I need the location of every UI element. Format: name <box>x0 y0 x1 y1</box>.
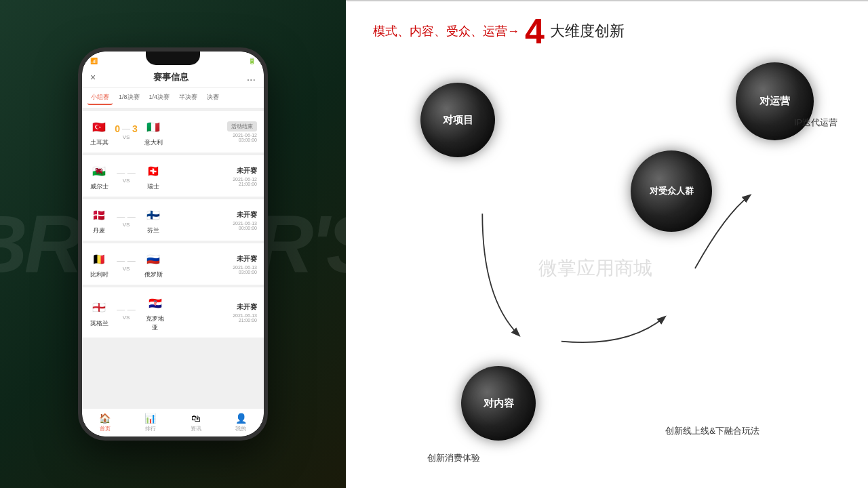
score-area: — — VS <box>113 212 140 228</box>
top-divider <box>346 0 868 1</box>
team2-name: 芬兰 <box>147 226 159 235</box>
match-right: 未开赛 2021-06-1221:00:00 <box>233 166 257 186</box>
close-button[interactable]: × <box>90 72 96 83</box>
vs-label: VS <box>114 178 138 184</box>
ranking-icon: 📊 <box>144 413 156 424</box>
match-status: 未开赛 <box>237 254 257 264</box>
tab-qf[interactable]: 1/4决赛 <box>146 91 174 105</box>
score-separator: — <box>122 124 130 134</box>
tab-final[interactable]: 决赛 <box>203 91 222 105</box>
team2-flag: 🇷🇺 <box>143 249 163 269</box>
tab-r16[interactable]: 1/8决赛 <box>115 91 143 105</box>
label-innovate-online: 创新线上线&下融合玩法 <box>665 425 760 437</box>
team2-flag: 🇨🇭 <box>143 161 163 181</box>
team1-name: 比利时 <box>90 270 108 279</box>
match-right: 未开赛 2021-06-1303:00:00 <box>233 254 257 274</box>
score-area: 0 — 3 VS <box>113 123 140 140</box>
left-panel: BREWER'S 📶 11:32 🔋 × 赛事信息 ... 小组赛 1/8决 <box>0 0 346 488</box>
table-row[interactable]: 🇹🇷 土耳其 0 — 3 VS 🇮🇹 <box>82 111 264 152</box>
phone-screen: 📶 11:32 🔋 × 赛事信息 ... 小组赛 1/8决赛 1/4决赛 半决赛… <box>82 52 264 436</box>
team1-name: 丹麦 <box>93 226 105 235</box>
team1-flag: 🏴󠁧󠁢󠁷󠁬󠁳󠁿 <box>89 161 109 181</box>
status-icons: 🔋 <box>248 58 256 64</box>
profile-icon: 👤 <box>235 413 247 424</box>
team2-name: 意大利 <box>144 138 163 147</box>
nav-ranking-label: 排行 <box>145 425 156 432</box>
app-header: × 赛事信息 ... <box>82 67 264 88</box>
score-dash: — — <box>117 256 135 266</box>
nav-ranking[interactable]: 📊 排行 <box>144 413 156 432</box>
score-dash: — — <box>117 212 135 222</box>
team2-col: 🇨🇭 瑞士 <box>143 161 163 191</box>
nav-news-label: 资讯 <box>191 425 201 432</box>
vs-label: VS <box>114 222 138 228</box>
title-suffix: 大维度创新 <box>550 21 625 41</box>
table-row[interactable]: 🏴󠁧󠁢󠁥󠁮󠁧󠁿 英格兰 — — VS 🇭🇷 克罗地亚 <box>82 287 264 338</box>
score-area: — — VS <box>113 305 140 321</box>
match-status: 未开赛 <box>237 166 257 176</box>
team2-name: 克罗地亚 <box>143 314 167 332</box>
match-right: 活动结束 2021-06-1203:00:00 <box>227 121 257 142</box>
table-row[interactable]: 🇩🇰 丹麦 — — VS 🇫🇮 芬兰 <box>82 199 264 241</box>
team1-name: 土耳其 <box>90 138 108 147</box>
table-row[interactable]: 🏴󠁧󠁢󠁷󠁬󠁳󠁿 威尔士 — — VS 🇨🇭 瑞士 <box>82 155 264 197</box>
match-right: 未开赛 2021-06-1300:00:00 <box>233 210 257 230</box>
score-area: — — VS <box>113 168 140 184</box>
team1-name: 英格兰 <box>90 319 108 328</box>
more-button[interactable]: ... <box>247 71 256 83</box>
right-panel: 模式、内容、受众、运营→ 4 大维度创新 微掌应用商城 对项目 <box>346 0 868 488</box>
team2-flag: 🇭🇷 <box>145 293 165 313</box>
team1-col: 🏴󠁧󠁢󠁷󠁬󠁳󠁿 威尔士 <box>89 161 109 191</box>
team1-flag: 🇧🇪 <box>89 249 109 269</box>
team2-col: 🇫🇮 芬兰 <box>143 205 163 235</box>
team1-flag: 🏴󠁧󠁢󠁥󠁮󠁧󠁿 <box>89 298 109 318</box>
node-project: 对项目 <box>420 83 495 157</box>
match-teams: 🇧🇪 比利时 — — VS 🇷🇺 俄罗斯 <box>89 249 233 279</box>
bottom-nav: 🏠 首页 📊 排行 🛍 资讯 👤 我的 <box>82 408 264 436</box>
tab-group-stage[interactable]: 小组赛 <box>87 91 113 105</box>
team1-col: 🇩🇰 丹麦 <box>89 205 109 235</box>
team2-flag: 🇮🇹 <box>143 117 163 137</box>
match-status: 活动结束 <box>227 121 257 131</box>
table-row[interactable]: 🇧🇪 比利时 — — VS 🇷🇺 俄罗斯 <box>82 243 264 285</box>
title-prefix: 模式、内容、受众、运营→ <box>373 23 519 39</box>
signal-icons: 📶 <box>90 58 98 64</box>
nav-home[interactable]: 🏠 首页 <box>99 413 111 432</box>
nav-profile[interactable]: 👤 我的 <box>235 413 247 432</box>
tab-sf[interactable]: 半决赛 <box>176 91 201 105</box>
score2: 3 <box>132 123 138 134</box>
innovation-title: 模式、内容、受众、运营→ 4 大维度创新 <box>373 14 841 49</box>
team2-name: 俄罗斯 <box>144 270 163 279</box>
vs-label: VS <box>114 266 138 272</box>
watermark: 微掌应用商城 <box>538 256 652 281</box>
match-teams: 🇩🇰 丹麦 — — VS 🇫🇮 芬兰 <box>89 205 233 235</box>
phone-mockup: 📶 11:32 🔋 × 赛事信息 ... 小组赛 1/8决赛 1/4决赛 半决赛… <box>78 47 268 441</box>
team2-col: 🇭🇷 克罗地亚 <box>143 293 167 332</box>
phone-notch <box>146 52 200 65</box>
innovation-number: 4 <box>525 14 545 49</box>
team1-col: 🏴󠁧󠁢󠁥󠁮󠁧󠁿 英格兰 <box>89 298 109 328</box>
match-status: 未开赛 <box>237 302 257 312</box>
match-datetime: 2021-06-1321:00:00 <box>233 313 257 323</box>
label-ip: IP迭代运营 <box>794 117 837 129</box>
node-content: 对内容 <box>461 366 536 441</box>
nav-profile-label: 我的 <box>235 425 246 432</box>
team1-col: 🇹🇷 土耳其 <box>89 117 109 147</box>
node-operation-label: 对运营 <box>760 95 790 108</box>
score-dash: — — <box>117 305 135 314</box>
match-teams: 🇹🇷 土耳其 0 — 3 VS 🇮🇹 <box>89 117 227 147</box>
tabs-bar: 小组赛 1/8决赛 1/4决赛 半决赛 决赛 <box>82 88 264 108</box>
match-list: 🇹🇷 土耳其 0 — 3 VS 🇮🇹 <box>82 108 264 408</box>
diagram-area: 微掌应用商城 对项目 对内容 对受众人群 <box>373 62 841 474</box>
match-datetime: 2021-06-1221:00:00 <box>233 177 257 186</box>
nav-news[interactable]: 🛍 资讯 <box>191 413 201 432</box>
score-dash: — — <box>117 168 135 178</box>
team1-flag: 🇩🇰 <box>89 205 109 225</box>
label-consume: 创新消费体验 <box>427 452 480 464</box>
match-datetime: 2021-06-1303:00:00 <box>233 265 257 274</box>
match-teams: 🏴󠁧󠁢󠁥󠁮󠁧󠁿 英格兰 — — VS 🇭🇷 克罗地亚 <box>89 293 233 332</box>
node-project-label: 对项目 <box>443 114 473 127</box>
match-datetime: 2021-06-1203:00:00 <box>233 133 257 142</box>
vs-label: VS <box>114 314 138 321</box>
team1-flag: 🇹🇷 <box>89 117 109 137</box>
